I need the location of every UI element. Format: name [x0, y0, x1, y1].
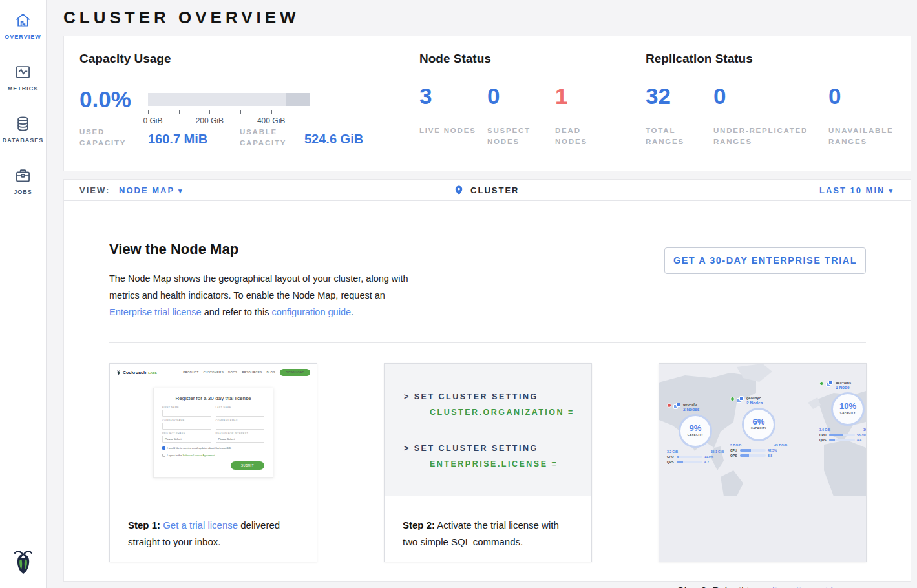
company-email-field — [216, 423, 265, 430]
mini-site-header: CockroachLABS PRODUCTCUSTOMERSDOCSRESOUR… — [110, 364, 317, 379]
nodes-cube-icon — [673, 403, 681, 410]
page-title: CLUSTER OVERVIEW — [63, 8, 300, 28]
sql-command-line: > SET CLUSTER SETTING — [404, 392, 591, 401]
live-nodes-value: 3 — [419, 85, 478, 107]
under-replicated-ranges-value: 0 — [713, 85, 820, 107]
mini-site-download-button: DOWNLOAD — [280, 369, 310, 376]
step2-card: > SET CLUSTER SETTING CLUSTER.ORGANIZATI… — [384, 363, 592, 562]
sql-command-line: > SET CLUSTER SETTING — [404, 444, 591, 453]
chevron-down-icon: ▾ — [889, 187, 894, 194]
sidebar-item-label: OVERVIEW — [5, 34, 41, 40]
dead-status-dot — [667, 403, 671, 408]
email-updates-checkbox: I would like to receive email updates ab… — [162, 446, 264, 450]
map-pin-icon — [455, 185, 463, 195]
under-replicated-ranges-stat: 0 UNDER-REPLICATED RANGES — [713, 85, 820, 147]
checkbox-checked-icon — [162, 446, 165, 450]
capacity-bar-chart: 0 GiB 200 GiB 400 GiB — [148, 93, 310, 125]
sql-setting-line: ENTERPRISE.LICENSE = — [430, 459, 591, 468]
sql-setting-line: CLUSTER.ORGANIZATION = — [430, 408, 591, 417]
capacity-bar-reserved-segment — [286, 93, 310, 106]
step2-code-snippet: > SET CLUSTER SETTING CLUSTER.ORGANIZATI… — [385, 364, 591, 496]
axis-tick-label: 400 GiB — [257, 116, 285, 125]
capacity-gauge: 9% CAPACITY — [679, 414, 712, 448]
under-replicated-ranges-label: UNDER-REPLICATED RANGES — [713, 125, 820, 147]
live-nodes-stat: 3 LIVE NODES — [419, 85, 478, 136]
used-capacity-label: USED CAPACITY — [79, 127, 141, 149]
locality-widget-sfo: geo=sfo2 Nodes 9% CAPACITY 3.2 GiB35.1 G… — [667, 403, 724, 464]
sidebar-item-overview[interactable]: OVERVIEW — [0, 0, 46, 52]
live-status-dot — [730, 397, 735, 401]
configuration-guide-link[interactable]: configuration guide — [271, 307, 351, 317]
used-capacity-value: 160.7 MiB — [148, 132, 207, 147]
dead-nodes-stat: 1 DEAD NODES — [555, 85, 613, 147]
sidebar-item-databases[interactable]: DATABASES — [0, 103, 46, 155]
capacity-gauge: 6% CAPACITY — [742, 408, 775, 441]
axis-tick-label: 0 GiB — [143, 116, 162, 125]
get-trial-license-link[interactable]: Get a trial license — [163, 520, 238, 530]
mini-site-nav: PRODUCTCUSTOMERSDOCSRESOURCESBLOG DOWNLO… — [183, 369, 310, 376]
home-icon — [14, 12, 32, 29]
step2-caption: Step 2: Activate the trial license with … — [385, 496, 591, 551]
cockroach-bug-icon — [116, 370, 121, 375]
company-name-field — [162, 423, 211, 430]
mini-site-submit-button: SUBMIT — [231, 461, 264, 470]
replication-status-title: Replication Status — [646, 52, 753, 66]
capacity-usage-title: Capacity Usage — [79, 52, 171, 66]
configuration-guide-link[interactable]: configuration guide — [757, 585, 839, 588]
enterprise-trial-license-link[interactable]: Enterprise trial license — [109, 307, 202, 317]
total-ranges-value: 32 — [646, 85, 704, 107]
live-nodes-label: LIVE NODES — [419, 125, 478, 136]
suspect-nodes-value: 0 — [487, 85, 545, 107]
license-agreement-checkbox: I agree to the Software License Agreemen… — [162, 454, 264, 457]
total-ranges-stat: 32 TOTAL RANGES — [646, 85, 704, 147]
form-title: Register for a 30-day trial license — [162, 395, 264, 401]
last-name-field — [216, 410, 265, 417]
steps-row: CockroachLABS PRODUCTCUSTOMERSDOCSRESOUR… — [109, 363, 867, 562]
project-phase-select: Please Select — [162, 436, 211, 443]
sidebar-item-label: JOBS — [14, 189, 32, 195]
dead-nodes-label: DEAD NODES — [555, 125, 613, 147]
trial-license-form: Register for a 30-day trial license FIRS… — [153, 388, 273, 478]
capacity-axis-ticks — [148, 110, 310, 114]
step1-screenshot: CockroachLABS PRODUCTCUSTOMERSDOCSRESOUR… — [110, 364, 317, 496]
sidebar: OVERVIEW METRICS DATABASES JOBS — [0, 0, 47, 588]
briefcase-icon — [14, 167, 32, 184]
sidebar-item-label: METRICS — [8, 85, 39, 92]
section-divider — [109, 342, 866, 343]
database-icon — [14, 115, 32, 132]
locality-widget-nyc: geo=nyc2 Nodes 6% CAPACITY 3.7 GiB43.7 G… — [730, 396, 787, 457]
sidebar-item-jobs[interactable]: JOBS — [0, 155, 46, 207]
node-map-heading: View the Node Map — [109, 241, 238, 258]
nodes-cube-icon — [826, 381, 834, 388]
dead-nodes-value: 1 — [555, 85, 613, 107]
metrics-icon — [14, 63, 32, 81]
view-bar: VIEW: NODE MAP▾ CLUSTER LAST 10 MIN▾ — [64, 180, 911, 201]
usable-capacity-value: 524.6 GiB — [304, 132, 363, 147]
node-map-description: The Node Map shows the geographical layo… — [109, 270, 413, 320]
mini-site-brand: CockroachLABS — [116, 370, 157, 375]
locality-widget-ams: geo=ams1 Node 10% CAPACITY 3.6 GiB36.6 G… — [819, 381, 866, 442]
location-label: CLUSTER — [470, 185, 519, 195]
live-status-dot — [819, 381, 824, 386]
node-map-panel: VIEW: NODE MAP▾ CLUSTER LAST 10 MIN▾ Vie… — [63, 179, 911, 582]
location-breadcrumb: CLUSTER — [64, 185, 911, 195]
time-range-dropdown[interactable]: LAST 10 MIN▾ — [819, 185, 894, 195]
cluster-overview-page: OVERVIEW METRICS DATABASES JOBS — [0, 0, 917, 588]
unavailable-ranges-stat: 0 UNAVAILABLE RANGES — [828, 85, 900, 147]
enterprise-trial-button[interactable]: GET A 30-DAY ENTERPRISE TRIAL — [664, 247, 866, 274]
axis-tick-label: 200 GiB — [196, 116, 224, 125]
sidebar-item-metrics[interactable]: METRICS — [0, 52, 46, 103]
node-map-preview: geo=sfo2 Nodes 9% CAPACITY 3.2 GiB35.1 G… — [659, 364, 866, 562]
total-ranges-label: TOTAL RANGES — [646, 125, 704, 147]
suspect-nodes-label: SUSPECT NODES — [487, 125, 545, 147]
reason-select: Please Select — [216, 436, 265, 443]
capacity-used-percent: 0.0% — [79, 88, 131, 110]
step3-caption: Step 3: Refer this configuration guide t… — [659, 562, 866, 588]
step1-caption: Step 1: Get a trial license delivered st… — [110, 496, 317, 551]
node-status-title: Node Status — [419, 52, 491, 66]
nodes-cube-icon — [737, 396, 744, 403]
step3-card: geo=sfo2 Nodes 9% CAPACITY 3.2 GiB35.1 G… — [659, 363, 867, 562]
sidebar-item-label: DATABASES — [3, 137, 44, 143]
checkbox-icon — [162, 454, 165, 457]
unavailable-ranges-label: UNAVAILABLE RANGES — [828, 125, 900, 147]
